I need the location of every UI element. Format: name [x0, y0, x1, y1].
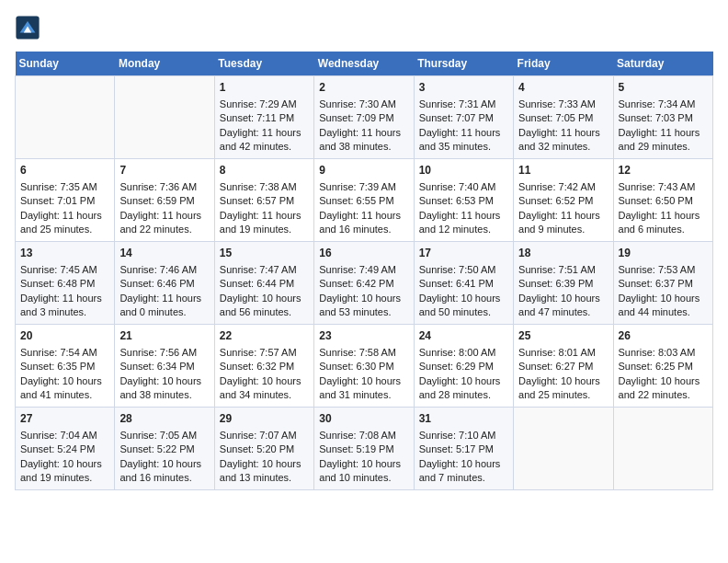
sunset-text: Sunset: 6:37 PM	[619, 277, 708, 291]
sunset-text: Sunset: 6:27 PM	[518, 360, 608, 373]
day-number: 28	[119, 411, 209, 427]
sunrise-text: Sunrise: 7:51 AM	[518, 263, 608, 277]
sunset-text: Sunset: 7:03 PM	[619, 111, 708, 125]
calendar-cell: 2Sunrise: 7:30 AMSunset: 7:09 PMDaylight…	[314, 76, 414, 159]
day-number: 1	[220, 80, 309, 96]
calendar-week-row: 13Sunrise: 7:45 AMSunset: 6:48 PMDayligh…	[16, 242, 713, 325]
daylight-text: Daylight: 10 hours and 38 minutes.	[119, 374, 209, 403]
calendar-cell: 8Sunrise: 7:38 AMSunset: 6:57 PMDaylight…	[214, 159, 313, 242]
calendar-cell: 18Sunrise: 7:51 AMSunset: 6:39 PMDayligh…	[514, 242, 613, 325]
daylight-text: Daylight: 11 hours and 3 minutes.	[20, 292, 109, 320]
sunrise-text: Sunrise: 7:57 AM	[220, 346, 309, 360]
logo-icon	[15, 15, 40, 40]
day-number: 13	[20, 246, 109, 261]
sunset-text: Sunset: 6:42 PM	[319, 277, 408, 291]
day-number: 9	[319, 163, 408, 178]
calendar-week-row: 27Sunrise: 7:04 AMSunset: 5:24 PMDayligh…	[16, 408, 713, 490]
sunrise-text: Sunrise: 7:35 AM	[20, 180, 109, 194]
sunrise-text: Sunrise: 7:42 AM	[518, 180, 608, 194]
daylight-text: Daylight: 10 hours and 41 minutes.	[20, 374, 109, 403]
day-of-week-header: Wednesday	[314, 52, 414, 76]
sunrise-text: Sunrise: 8:00 AM	[419, 346, 508, 360]
calendar-cell	[115, 76, 214, 159]
calendar-cell: 7Sunrise: 7:36 AMSunset: 6:59 PMDaylight…	[115, 159, 214, 242]
day-number: 29	[220, 411, 309, 427]
sunset-text: Sunset: 7:05 PM	[518, 111, 608, 125]
day-number: 19	[619, 246, 708, 261]
sunrise-text: Sunrise: 7:31 AM	[419, 98, 508, 111]
day-of-week-header: Saturday	[613, 52, 712, 76]
calendar-cell: 26Sunrise: 8:03 AMSunset: 6:25 PMDayligh…	[613, 325, 712, 408]
sunset-text: Sunset: 6:53 PM	[419, 194, 508, 208]
day-of-week-header: Monday	[115, 52, 214, 76]
sunrise-text: Sunrise: 7:36 AM	[119, 180, 209, 194]
header-row: SundayMondayTuesdayWednesdayThursdayFrid…	[16, 52, 713, 76]
calendar-cell: 29Sunrise: 7:07 AMSunset: 5:20 PMDayligh…	[214, 408, 313, 490]
daylight-text: Daylight: 10 hours and 31 minutes.	[319, 374, 408, 403]
day-of-week-header: Sunday	[16, 52, 115, 76]
day-number: 26	[619, 328, 708, 344]
sunset-text: Sunset: 6:32 PM	[220, 360, 309, 373]
daylight-text: Daylight: 10 hours and 53 minutes.	[319, 292, 408, 320]
daylight-text: Daylight: 10 hours and 10 minutes.	[319, 457, 408, 486]
day-number: 14	[119, 246, 209, 261]
daylight-text: Daylight: 11 hours and 25 minutes.	[20, 209, 109, 237]
calendar-cell: 21Sunrise: 7:56 AMSunset: 6:34 PMDayligh…	[115, 325, 214, 408]
calendar-cell: 11Sunrise: 7:42 AMSunset: 6:52 PMDayligh…	[514, 159, 613, 242]
calendar-week-row: 1Sunrise: 7:29 AMSunset: 7:11 PMDaylight…	[16, 76, 713, 159]
sunrise-text: Sunrise: 7:47 AM	[220, 263, 309, 277]
sunset-text: Sunset: 7:09 PM	[319, 111, 408, 125]
daylight-text: Daylight: 11 hours and 19 minutes.	[220, 209, 309, 237]
sunset-text: Sunset: 7:07 PM	[419, 111, 508, 125]
sunset-text: Sunset: 6:35 PM	[20, 360, 109, 373]
sunset-text: Sunset: 6:57 PM	[220, 194, 309, 208]
daylight-text: Daylight: 11 hours and 29 minutes.	[619, 126, 708, 155]
calendar-cell	[16, 76, 115, 159]
calendar-cell: 25Sunrise: 8:01 AMSunset: 6:27 PMDayligh…	[514, 325, 613, 408]
sunrise-text: Sunrise: 7:07 AM	[220, 429, 309, 442]
sunrise-text: Sunrise: 7:38 AM	[220, 180, 309, 194]
sunset-text: Sunset: 6:34 PM	[119, 360, 209, 373]
daylight-text: Daylight: 10 hours and 50 minutes.	[419, 292, 508, 320]
calendar-week-row: 20Sunrise: 7:54 AMSunset: 6:35 PMDayligh…	[16, 325, 713, 408]
day-of-week-header: Tuesday	[214, 52, 313, 76]
sunrise-text: Sunrise: 7:10 AM	[419, 429, 508, 442]
calendar-cell: 30Sunrise: 7:08 AMSunset: 5:19 PMDayligh…	[314, 408, 414, 490]
day-number: 8	[220, 163, 309, 178]
sunrise-text: Sunrise: 7:46 AM	[119, 263, 209, 277]
day-number: 22	[220, 328, 309, 344]
daylight-text: Daylight: 11 hours and 9 minutes.	[518, 209, 608, 237]
day-number: 21	[119, 328, 209, 344]
sunset-text: Sunset: 6:44 PM	[220, 277, 309, 291]
calendar-cell: 31Sunrise: 7:10 AMSunset: 5:17 PMDayligh…	[414, 408, 513, 490]
sunrise-text: Sunrise: 7:50 AM	[419, 263, 508, 277]
sunrise-text: Sunrise: 7:08 AM	[319, 429, 408, 442]
calendar-cell	[514, 408, 613, 490]
sunrise-text: Sunrise: 7:49 AM	[319, 263, 408, 277]
calendar-cell: 4Sunrise: 7:33 AMSunset: 7:05 PMDaylight…	[514, 76, 613, 159]
calendar-cell: 20Sunrise: 7:54 AMSunset: 6:35 PMDayligh…	[16, 325, 115, 408]
calendar-cell: 5Sunrise: 7:34 AMSunset: 7:03 PMDaylight…	[613, 76, 712, 159]
sunrise-text: Sunrise: 7:30 AM	[319, 98, 408, 111]
day-number: 27	[20, 411, 109, 427]
calendar-week-row: 6Sunrise: 7:35 AMSunset: 7:01 PMDaylight…	[16, 159, 713, 242]
daylight-text: Daylight: 11 hours and 12 minutes.	[419, 209, 508, 237]
sunrise-text: Sunrise: 8:03 AM	[619, 346, 708, 360]
day-number: 17	[419, 246, 508, 261]
calendar-cell: 10Sunrise: 7:40 AMSunset: 6:53 PMDayligh…	[414, 159, 513, 242]
calendar-cell: 13Sunrise: 7:45 AMSunset: 6:48 PMDayligh…	[16, 242, 115, 325]
sunrise-text: Sunrise: 7:54 AM	[20, 346, 109, 360]
sunset-text: Sunset: 6:59 PM	[119, 194, 209, 208]
day-number: 4	[518, 80, 608, 96]
sunset-text: Sunset: 6:41 PM	[419, 277, 508, 291]
sunset-text: Sunset: 5:20 PM	[220, 442, 309, 456]
calendar-cell: 22Sunrise: 7:57 AMSunset: 6:32 PMDayligh…	[214, 325, 313, 408]
sunset-text: Sunset: 6:46 PM	[119, 277, 209, 291]
header	[15, 15, 713, 40]
daylight-text: Daylight: 11 hours and 32 minutes.	[518, 126, 608, 155]
day-number: 30	[319, 411, 408, 427]
day-number: 3	[419, 80, 508, 96]
day-number: 18	[518, 246, 608, 261]
sunset-text: Sunset: 5:24 PM	[20, 442, 109, 456]
daylight-text: Daylight: 10 hours and 16 minutes.	[119, 457, 209, 486]
